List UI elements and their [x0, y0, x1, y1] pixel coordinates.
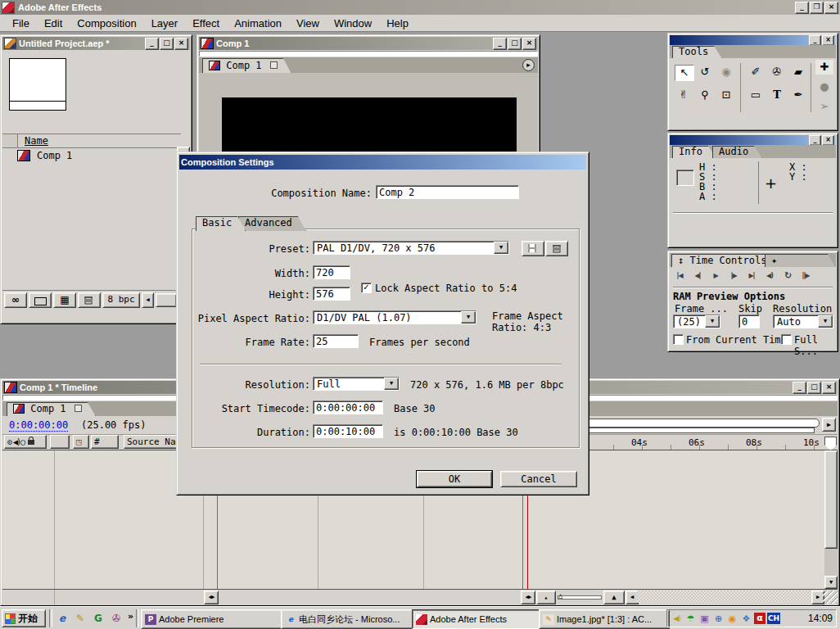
previous-frame-button[interactable]: ◀| [689, 270, 706, 282]
resolution-combo-dialog[interactable]: Full ▼ [313, 377, 400, 391]
quicklaunch-outlook-icon[interactable]: ✎ [74, 612, 87, 625]
play-button[interactable]: ▶ [707, 270, 724, 282]
timeline-tab-lock-box[interactable] [75, 405, 82, 412]
comp-close-button[interactable]: × [522, 38, 536, 50]
timeline-close-button[interactable]: × [822, 382, 836, 394]
brush-tool-icon[interactable]: ✐ [747, 65, 765, 79]
menu-help[interactable]: Help [379, 16, 416, 31]
pen-tool-icon[interactable]: ✒ [789, 88, 807, 102]
duration-input[interactable] [313, 424, 383, 438]
tools-minimize-button[interactable]: _ [809, 35, 821, 46]
task-forum-browser[interactable]: e 电白同乡论坛 - Microso... [281, 609, 416, 629]
pixel-aspect-ratio-combo[interactable]: D1/DV PAL (1.07) ▼ [313, 310, 476, 324]
frame-rate-combo[interactable]: (25) ▼ [673, 314, 720, 328]
menu-edit[interactable]: Edit [37, 16, 70, 31]
zoom-in-button[interactable]: ▲ [603, 591, 625, 604]
project-hscroll-left[interactable]: ◀ [142, 292, 154, 308]
tray-network-icon[interactable]: ▣ [698, 613, 711, 625]
project-maximize-button[interactable]: □ [160, 38, 174, 50]
ok-button[interactable]: OK [417, 471, 492, 487]
go-to-start-button[interactable]: |◀ [671, 270, 688, 282]
timeline-vscrollbar[interactable]: ▼ [824, 450, 838, 589]
pan-behind-tool-icon[interactable]: ➢ [815, 99, 833, 114]
timeline-work-area-bar[interactable] [576, 428, 815, 433]
start-timecode-input[interactable] [313, 400, 383, 414]
timeline-maximize-button[interactable]: □ [807, 382, 821, 394]
task-image-editor[interactable]: ✎ Image1.jpg* [1:3] : AC... [539, 609, 670, 629]
preset-combo[interactable]: PAL D1/DV, 720 x 576 ▼ [313, 241, 509, 255]
audio-toggle-button[interactable]: ◀) [761, 270, 778, 282]
language-indicator[interactable]: CH [767, 613, 780, 624]
menu-window[interactable]: Window [327, 16, 379, 31]
roi-tool-icon[interactable]: ⊡ [717, 88, 735, 102]
resolution-combo[interactable]: Auto ▼ [773, 314, 833, 328]
tray-volume-icon[interactable]: ◀) [671, 613, 683, 625]
preset-dropdown-icon[interactable]: ▼ [494, 242, 508, 254]
next-frame-button[interactable]: |▶ [725, 270, 742, 282]
delete-button[interactable] [78, 292, 101, 308]
from-current-time-checkbox[interactable] [673, 334, 684, 345]
project-titlebar[interactable]: Untitled Project.aep * _ □ × [2, 37, 190, 50]
selection-tool-icon[interactable]: ↖ [675, 65, 694, 81]
app-close-button[interactable]: × [824, 2, 838, 14]
timeline-tab-label[interactable]: Comp 1 [30, 403, 65, 414]
comp-titlebar[interactable]: Comp 1 _ □ × [199, 37, 538, 50]
comp-maximize-button[interactable]: □ [508, 38, 522, 50]
resize-grip[interactable] [823, 591, 838, 604]
timeline-vscroll-thumb[interactable] [824, 450, 838, 549]
lock-aspect-checkbox[interactable]: ✓ [361, 283, 372, 293]
ram-preview-button[interactable]: ||▶ [797, 270, 814, 282]
info-close-button[interactable]: × [822, 135, 834, 146]
column-splitter[interactable]: ◀▶ [204, 591, 219, 604]
quicklaunch-overflow-chevron[interactable]: » [128, 611, 133, 622]
advanced-tab[interactable]: Advanced [238, 216, 306, 231]
timeline-hscroll-track[interactable] [637, 591, 811, 603]
timeline-panel-menu-button[interactable]: ▶ [822, 418, 836, 432]
quicklaunch-movie-icon[interactable]: ✇ [110, 612, 123, 625]
width-input[interactable] [313, 265, 350, 279]
project-item-comp1[interactable]: Comp 1 [2, 148, 181, 163]
comp-minimize-button[interactable]: _ [493, 38, 507, 50]
timeline-navigator-bar[interactable] [576, 419, 820, 428]
task-adobe-premiere[interactable]: P Adobe Premiere [141, 609, 285, 629]
frame-rate-input[interactable] [313, 334, 359, 348]
start-button[interactable]: 开始 [2, 609, 46, 627]
tools-close-button[interactable]: × [822, 35, 834, 46]
menu-layer[interactable]: Layer [144, 16, 186, 31]
app-minimize-button[interactable]: _ [795, 2, 809, 14]
timeline-tab[interactable]: Comp 1 [7, 402, 96, 416]
project-hscroll-thumb[interactable] [156, 293, 177, 307]
presets-tab[interactable]: ✦ Presets [765, 254, 836, 268]
par-dropdown-icon[interactable]: ▼ [461, 311, 476, 324]
audio-tab[interactable]: Audio [712, 146, 762, 159]
project-close-button[interactable]: × [174, 38, 188, 50]
tray-antivirus-umbrella-icon[interactable]: ☂ [684, 613, 697, 625]
rotation-tool-icon[interactable]: ↺ [696, 65, 714, 79]
menu-composition[interactable]: Composition [70, 16, 143, 31]
menu-effect[interactable]: Effect [185, 16, 227, 31]
bpc-button[interactable]: 8 bpc [102, 292, 140, 308]
mask-rect-tool-icon[interactable]: ▭ [747, 88, 765, 102]
tools-tab[interactable]: Tools [672, 46, 722, 59]
sphere-tool-icon[interactable]: ● [815, 79, 833, 94]
info-titlebar[interactable]: _ × [670, 135, 836, 145]
orbit-camera-tool-icon[interactable]: ◉ [717, 65, 735, 79]
app-restore-button[interactable]: ❐ [810, 2, 824, 14]
time-controls-tab[interactable]: ↕ Time Controls [671, 254, 780, 268]
comp-panel-menu-button[interactable]: ▸ [522, 59, 535, 71]
graph-splitter[interactable]: ◀▶ [521, 591, 535, 604]
basic-tab[interactable]: Basic [196, 216, 246, 231]
find-button[interactable]: ∞ [4, 292, 27, 308]
full-screen-checkbox[interactable] [781, 334, 792, 345]
label-column[interactable] [50, 435, 70, 449]
tools-titlebar[interactable]: _ × [670, 35, 836, 45]
current-time-display[interactable]: 0:00:00:00 [9, 419, 68, 432]
composition-name-input[interactable] [376, 185, 519, 199]
comp-tab-label[interactable]: Comp 1 [226, 60, 261, 71]
tray-globe-icon[interactable]: ⊕ [712, 613, 725, 625]
quicklaunch-media-icon[interactable]: G [92, 612, 105, 625]
project-minimize-button[interactable]: _ [145, 38, 159, 50]
tray-alpha-icon[interactable]: α [754, 613, 765, 624]
delete-preset-button[interactable] [545, 241, 568, 256]
tray-messenger-icon[interactable]: ◉ [726, 613, 738, 625]
